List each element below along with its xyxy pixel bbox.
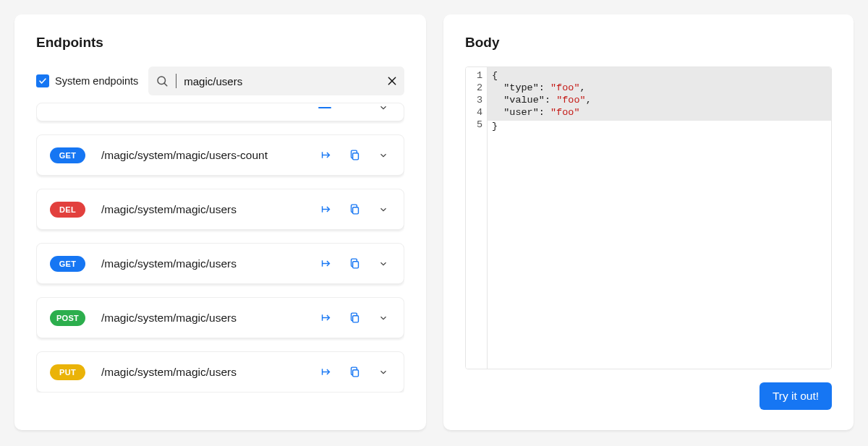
method-badge: PUT [50, 364, 85, 380]
endpoint-path: /magic/system/magic/users [101, 257, 302, 270]
chevron-down-icon[interactable] [376, 257, 391, 271]
body-editor[interactable]: 1 2 3 4 5 { "type": "foo", "value": "foo… [465, 67, 832, 369]
code-rest: } [488, 121, 831, 136]
endpoint-row[interactable]: GET /magic/system/magic/users-count [36, 134, 404, 176]
clear-search-button[interactable] [387, 76, 397, 86]
endpoint-actions [318, 148, 391, 163]
forward-icon[interactable] [318, 257, 333, 271]
copy-icon[interactable] [347, 257, 362, 271]
try-row: Try it out! [465, 369, 832, 410]
endpoint-row[interactable]: DEL /magic/system/magic/users [36, 189, 404, 230]
method-badge: GET [50, 256, 85, 272]
endpoint-list: GET /magic/system/magic/users-count DEL … [36, 101, 404, 393]
body-title: Body [465, 35, 832, 51]
endpoint-row[interactable]: GET /magic/system/magic/users [36, 243, 404, 284]
check-icon [38, 77, 47, 85]
body-panel: Body 1 2 3 4 5 { "type": "foo", "value":… [443, 14, 854, 430]
endpoint-row[interactable]: POST /magic/system/magic/users [36, 297, 404, 338]
method-badge: DEL [50, 202, 85, 218]
endpoint-path: /magic/system/magic/users [101, 203, 302, 216]
code-highlighted-lines: { "type": "foo", "value": "foo", "user":… [488, 67, 831, 121]
endpoints-panel: Endpoints System endpoints [14, 14, 426, 430]
chevron-down-icon[interactable] [376, 311, 391, 325]
method-badge: POST [50, 310, 85, 326]
copy-icon[interactable] [347, 311, 362, 325]
svg-rect-9 [352, 207, 358, 214]
endpoints-filters: System endpoints [36, 67, 404, 95]
svg-rect-6 [352, 153, 358, 160]
method-badge: GET [50, 147, 85, 163]
chevron-down-icon[interactable] [376, 103, 391, 115]
copy-icon[interactable] [347, 148, 362, 163]
search-divider [176, 74, 176, 88]
forward-icon[interactable] [318, 365, 333, 379]
endpoint-row[interactable]: PUT /magic/system/magic/users [36, 351, 404, 393]
endpoint-actions [318, 257, 391, 271]
endpoint-actions [318, 311, 391, 325]
endpoint-actions [318, 365, 391, 379]
forward-icon[interactable] [318, 148, 333, 163]
system-endpoints-label: System endpoints [55, 75, 138, 87]
endpoint-path: /magic/system/magic/users [101, 366, 302, 379]
endpoint-actions [318, 202, 391, 217]
chevron-down-icon[interactable] [376, 365, 391, 379]
chevron-down-icon[interactable] [376, 148, 391, 163]
try-it-out-button[interactable]: Try it out! [760, 382, 832, 410]
svg-rect-15 [352, 316, 358, 322]
copy-icon[interactable] [347, 365, 362, 379]
copy-icon[interactable] [347, 202, 362, 217]
endpoint-path: /magic/system/magic/users-count [101, 149, 302, 162]
svg-line-1 [164, 83, 167, 86]
search-icon [156, 74, 169, 87]
svg-rect-12 [352, 262, 358, 268]
chevron-down-icon[interactable] [376, 202, 391, 217]
system-endpoints-checkbox[interactable] [36, 74, 49, 87]
endpoint-path: /magic/system/magic/users [101, 312, 302, 325]
svg-rect-18 [352, 370, 358, 377]
endpoint-row-partial [36, 103, 404, 121]
line-gutter: 1 2 3 4 5 [466, 67, 488, 369]
endpoints-title: Endpoints [36, 35, 404, 51]
forward-icon[interactable] [318, 202, 333, 217]
code-area[interactable]: { "type": "foo", "value": "foo", "user":… [488, 67, 831, 369]
collapse-line-icon [318, 107, 331, 109]
endpoint-search-input[interactable] [184, 75, 380, 87]
endpoint-search [148, 67, 404, 95]
system-endpoints-checkbox-wrap: System endpoints [36, 74, 138, 87]
forward-icon[interactable] [318, 311, 333, 325]
